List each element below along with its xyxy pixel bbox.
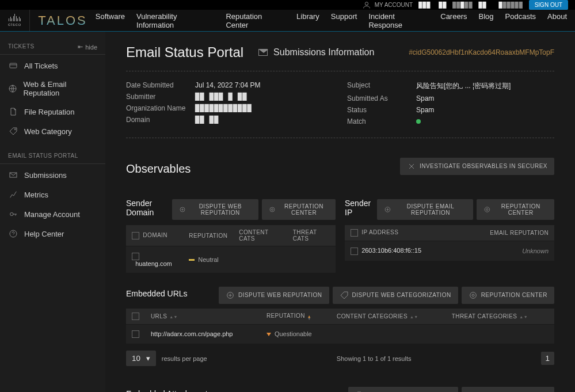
row-checkbox[interactable]: [132, 253, 139, 260]
target-icon: [269, 205, 276, 214]
sidebar-submissions[interactable]: Submissions: [0, 165, 105, 185]
tag-icon: [8, 126, 18, 136]
sidebar-manage-account[interactable]: Manage Account: [0, 204, 105, 224]
nav-library[interactable]: Library: [296, 12, 319, 29]
page-header: Email Status Portal Submissions Informat…: [126, 44, 554, 60]
sidebar-help-center[interactable]: Help Center: [0, 224, 105, 243]
reputation-unknown: Unknown: [522, 248, 549, 254]
meta-subject-label: Subject: [347, 81, 416, 91]
sidebar-esp-hdr: EMAIL STATUS PORTAL: [0, 149, 105, 164]
table-row: huateng.comNeutral: [126, 246, 336, 273]
row-checkbox[interactable]: [351, 248, 358, 255]
sort-icon[interactable]: ▲▼: [410, 316, 418, 318]
nav-software[interactable]: Software: [96, 12, 125, 29]
dispute-web-rep-button[interactable]: DISPUTE WEB REPUTATION: [219, 287, 329, 304]
observables-title: Observables: [126, 162, 191, 176]
target-icon: [483, 205, 491, 214]
nav-podcasts[interactable]: Podcasts: [505, 12, 536, 29]
per-page-select[interactable]: 10▾: [126, 351, 156, 366]
submission-hash: #cidG50062dHbf1nKacdo64RoaaxbMFMpTopF: [409, 48, 554, 56]
svg-point-11: [485, 207, 490, 212]
showing-label: Showing 1 to 1 of 1 results: [337, 355, 412, 362]
nav-about[interactable]: About: [547, 12, 567, 29]
select-all-checkbox[interactable]: [351, 229, 358, 237]
brand[interactable]: cisco TALOS: [0, 10, 96, 31]
page-subtitle-group: Submissions Information: [258, 47, 374, 58]
divider: [126, 138, 554, 138]
meta-submitted-as-value: Spam: [416, 94, 434, 102]
svg-point-0: [365, 2, 368, 5]
select-all-checkbox[interactable]: [132, 232, 139, 239]
target-icon: [469, 291, 478, 300]
nav-careers[interactable]: Careers: [440, 12, 467, 29]
sidebar-metrics[interactable]: Metrics: [0, 185, 105, 204]
dispute-email-rep-button[interactable]: DISPUTE EMAIL REPUTATION: [377, 199, 473, 220]
plus-circle-icon: [226, 291, 235, 300]
sort-icon[interactable]: ▲▼: [307, 315, 311, 320]
divider: [126, 71, 554, 71]
urls-pager: 10▾ results per page Showing 1 to 1 of 1…: [126, 344, 554, 373]
page-subtitle: Submissions Information: [273, 47, 374, 58]
tag-icon: [340, 291, 349, 300]
envelope-icon: [8, 170, 18, 180]
reputation-questionable: Questionable: [266, 330, 312, 337]
dispute-file-rep-button[interactable]: DISPUTE FILE REPUTATION: [348, 387, 458, 392]
collapse-icon: ⇤: [78, 43, 83, 51]
meta-grid: Date SubmittedJul 14, 2022 7:04 PM Submi…: [126, 79, 554, 127]
sort-icon[interactable]: ▲▼: [519, 316, 528, 318]
sidebar-hide-button[interactable]: ⇤ hide: [70, 40, 105, 54]
meta-match-label: Match: [347, 117, 416, 125]
svg-point-14: [470, 292, 476, 298]
embedded-urls-title: Embedded URLs: [126, 289, 188, 298]
my-account-link[interactable]: MY ACCOUNT: [362, 1, 413, 10]
rep-center-button[interactable]: REPUTATION CENTER: [262, 199, 336, 220]
meta-submitter-label: Submitter: [126, 93, 195, 101]
meta-domain-value: ██ ██: [195, 116, 219, 124]
meta-domain-label: Domain: [126, 116, 195, 124]
embedded-att-title: Embedded Attachments: [126, 389, 212, 392]
masked-info-1: ███ ██: [418, 2, 447, 8]
sidebar-all-tickets[interactable]: All Tickets: [0, 56, 105, 75]
dispute-web-rep-button[interactable]: DISPUTE WEB REPUTATION: [172, 199, 259, 220]
svg-point-15: [472, 294, 474, 296]
meta-status-label: Status: [347, 106, 416, 114]
my-account-label: MY ACCOUNT: [375, 2, 413, 8]
per-page-label: results per page: [162, 355, 207, 362]
domain-cell[interactable]: huateng.com: [135, 260, 172, 267]
sidebar: ⇤ hide TICKETS All Tickets Web & Email R…: [0, 32, 105, 392]
sidebar-web-category[interactable]: Web Category: [0, 121, 105, 141]
main-nav: cisco TALOS Software Vulnerability Infor…: [0, 10, 575, 32]
nav-blog[interactable]: Blog: [479, 12, 494, 29]
nav-incident-response[interactable]: Incident Response: [368, 12, 429, 29]
svg-point-6: [10, 230, 17, 237]
ip-cell[interactable]: 2603:10b6:408:f6::15: [361, 247, 421, 254]
key-icon: [8, 209, 18, 219]
nav-vuln-info[interactable]: Vulnerability Information: [136, 12, 214, 29]
select-all-checkbox[interactable]: [132, 313, 139, 320]
page-1-button[interactable]: 1: [541, 352, 554, 365]
dispute-web-cat-button[interactable]: DISPUTE WEB CATEGORIZATION: [333, 287, 458, 304]
talos-logo: TALOS: [30, 10, 96, 31]
account-bar: MY ACCOUNT ███ ██ █████ ██ ██████ SIGN O…: [0, 0, 575, 10]
nav-rep-center[interactable]: Reputation Center: [226, 12, 285, 29]
rep-center-button[interactable]: REPUTATION CENTER: [477, 199, 554, 220]
meta-date-label: Date Submitted: [126, 81, 195, 89]
globe-icon: [8, 83, 17, 94]
rep-center-button[interactable]: REPUTATION CENTER: [462, 287, 554, 304]
cisco-bars-icon: [9, 14, 21, 21]
meta-subject-value: 风险告知[您的␣ ... ¦密码将过期]: [416, 81, 511, 91]
url-cell[interactable]: http://adarx.com.cn/page.php: [145, 324, 261, 344]
sender-domain-title: Sender Domain: [126, 199, 169, 217]
nav-support[interactable]: Support: [331, 12, 357, 29]
sign-out-button[interactable]: SIGN OUT: [529, 0, 568, 10]
sidebar-web-email-rep[interactable]: Web & Email Reputation: [0, 75, 105, 102]
meta-org-value: ████████████: [195, 104, 252, 112]
investigate-securex-button[interactable]: INVESTIGATE OBSERVABLES IN SECUREX: [400, 158, 554, 175]
sidebar-file-rep[interactable]: File Reputation: [0, 102, 105, 121]
user-icon: [362, 1, 371, 10]
svg-point-8: [270, 207, 275, 212]
rep-center-button[interactable]: REPUTATION CENTER: [462, 387, 554, 392]
table-row: 2603:10b6:408:f6::15Unknown: [345, 241, 554, 261]
row-checkbox[interactable]: [132, 330, 139, 338]
sort-icon[interactable]: ▲▼: [169, 316, 178, 318]
